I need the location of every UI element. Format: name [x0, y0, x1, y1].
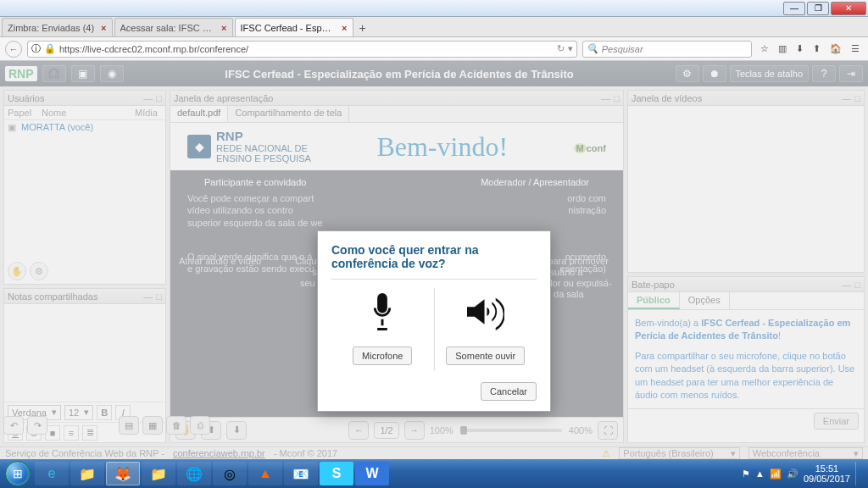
- browser-tabstrip: Zimbra: Enviadas (4)× Acessar sala: IFSC…: [0, 17, 868, 37]
- browser-tab-0[interactable]: Zimbra: Enviadas (4)×: [2, 18, 113, 36]
- taskbar-app1[interactable]: ◎: [213, 462, 247, 485]
- speaker-icon: [467, 293, 504, 338]
- taskbar-vlc[interactable]: ▲: [248, 462, 282, 485]
- tray-network-icon[interactable]: 📶: [770, 469, 782, 480]
- choice-microphone: Microfone: [331, 288, 435, 370]
- taskbar-explorer[interactable]: 📁: [70, 462, 104, 485]
- tab-label: Zimbra: Enviadas (4): [8, 23, 94, 33]
- window-maximize-button[interactable]: ❐: [807, 2, 829, 15]
- bookmark-star-icon[interactable]: ☆: [760, 43, 769, 53]
- url-text: https://live-cdcrec02.mconf.rnp.br/confe…: [59, 44, 557, 54]
- tab-close-icon[interactable]: ×: [101, 23, 106, 33]
- new-tab-button[interactable]: +: [353, 19, 372, 36]
- tray-flag-icon[interactable]: ⚑: [742, 469, 750, 480]
- tab-close-icon[interactable]: ×: [342, 23, 347, 33]
- taskbar-word[interactable]: W: [355, 462, 389, 485]
- show-desktop-button[interactable]: [855, 462, 861, 485]
- tab-label: Acessar sala: IFSC Cerfead - E: [120, 23, 215, 33]
- back-button[interactable]: ←: [5, 41, 22, 58]
- downloads-icon[interactable]: ⬇: [796, 43, 804, 53]
- taskbar-ie[interactable]: e: [35, 462, 69, 485]
- cancel-button[interactable]: Cancelar: [481, 382, 537, 401]
- choice-listen-only: Somente ouvir: [435, 288, 537, 370]
- browser-tab-2[interactable]: IFSC Cerfead - Especializaç×: [235, 18, 353, 36]
- window-titlebar: — ❐ ✕: [0, 0, 868, 17]
- start-button[interactable]: [2, 459, 34, 488]
- search-placeholder: Pesquisar: [602, 44, 643, 54]
- menu-icon[interactable]: ☰: [851, 43, 860, 53]
- taskbar-firefox[interactable]: 🦊: [106, 462, 140, 485]
- lock-icon: 🔒: [44, 43, 56, 54]
- url-input[interactable]: ⓘ 🔒 https://live-cdcrec02.mconf.rnp.br/c…: [27, 41, 577, 58]
- microphone-icon: [367, 293, 398, 338]
- dropdown-icon[interactable]: ▾: [568, 43, 573, 54]
- tab-label: IFSC Cerfead - Especializaç: [241, 23, 336, 33]
- home-icon[interactable]: 🏠: [830, 43, 842, 53]
- taskbar-skype[interactable]: S: [320, 462, 353, 485]
- tray-up-icon[interactable]: ▲: [755, 469, 765, 479]
- window-minimize-button[interactable]: —: [783, 2, 805, 15]
- library-icon[interactable]: ▥: [778, 43, 787, 53]
- info-icon[interactable]: ⓘ: [31, 42, 41, 55]
- reload-icon[interactable]: ↻: [557, 43, 565, 54]
- window-close-button[interactable]: ✕: [831, 2, 866, 15]
- system-tray: ⚑ ▲ 📶 🔊 15:5109/05/2017: [737, 462, 866, 485]
- taskbar-folder[interactable]: 📁: [142, 462, 175, 485]
- listen-only-button[interactable]: Somente ouvir: [446, 347, 525, 365]
- toolbar-icons: ☆ ▥ ⬇ ⬆ 🏠 ☰: [757, 43, 863, 54]
- windows-taskbar: e 📁 🦊 📁 🌐 ◎ ▲ 📧 S W ⚑ ▲ 📶 🔊 15:5109/05/2…: [0, 459, 868, 488]
- browser-tab-1[interactable]: Acessar sala: IFSC Cerfead - E×: [114, 18, 233, 36]
- voice-join-dialog: Como você quer entrar na conferência de …: [317, 230, 551, 412]
- down-arrow-icon[interactable]: ⬆: [813, 43, 821, 53]
- taskbar-mail[interactable]: 📧: [284, 462, 318, 485]
- address-bar: ← ⓘ 🔒 https://live-cdcrec02.mconf.rnp.br…: [0, 37, 868, 61]
- taskbar-clock[interactable]: 15:5109/05/2017: [804, 463, 850, 484]
- tray-sound-icon[interactable]: 🔊: [787, 469, 798, 480]
- tab-close-icon[interactable]: ×: [221, 23, 226, 33]
- search-input[interactable]: 🔍 Pesquisar: [582, 41, 752, 58]
- search-icon: 🔍: [587, 43, 598, 54]
- conference-app: RNP 🎧 ▣ ◉ IFSC Cerfead - Especialização …: [0, 61, 868, 459]
- taskbar-chrome[interactable]: 🌐: [177, 462, 211, 485]
- dialog-title: Como você quer entrar na conferência de …: [331, 243, 537, 270]
- microphone-button[interactable]: Microfone: [353, 347, 412, 365]
